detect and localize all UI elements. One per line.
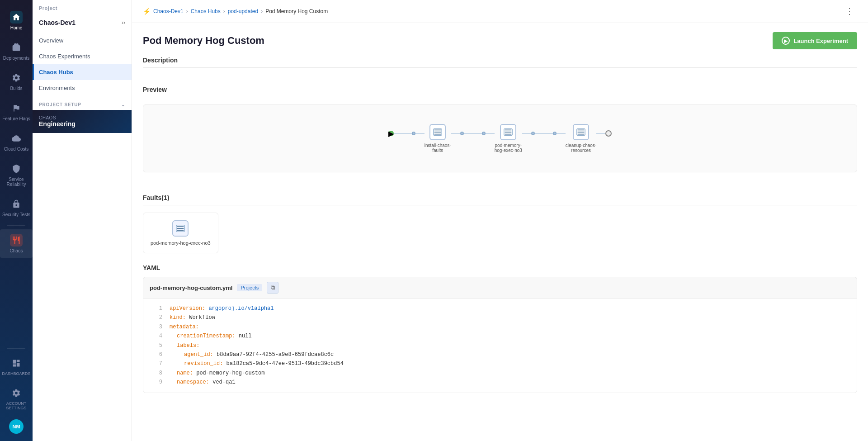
sidebar-item-chaos-experiments[interactable]: Chaos Experiments [33, 48, 132, 64]
project-label: Project [33, 0, 132, 16]
user-avatar[interactable]: NM [9, 419, 24, 434]
sidebar-item-service-reliability-label: Service Reliability [2, 177, 31, 187]
yaml-line-5: 5 labels: [143, 341, 857, 350]
launch-icon: ▶ [782, 37, 790, 45]
page-title: Pod Memory Hog Custom [143, 35, 264, 47]
project-setup-header[interactable]: PROJECT SETUP ⌄ [33, 96, 132, 110]
sidebar-item-deployments[interactable]: Deployments [0, 37, 33, 65]
yaml-title: YAML [143, 264, 857, 271]
fault-icon [172, 220, 189, 237]
line-4 [464, 133, 482, 134]
line-2 [415, 133, 425, 134]
end-dot [605, 130, 612, 137]
breadcrumb-chaos-dev1[interactable]: Chaos-Dev1 [153, 8, 184, 14]
connector-line [451, 133, 460, 134]
mid-dot-3 [482, 132, 486, 135]
sidebar-item-account-settings[interactable]: ACCOUNT SETTINGS [0, 382, 33, 415]
sidebar-item-overview[interactable]: Overview [33, 33, 132, 48]
yaml-line-4: 4 creationTimestamp: null [143, 332, 857, 341]
sidebar-item-environments[interactable]: Environments [33, 80, 132, 96]
yaml-content-1: apiVersion: argoproj.io/v1alpha1 [170, 304, 274, 313]
mid-dot [531, 132, 535, 135]
connector-line [486, 133, 495, 134]
more-options-button[interactable]: ⋮ [842, 5, 857, 18]
yaml-copy-button[interactable]: ⧉ [267, 282, 278, 294]
mid-dot [482, 132, 486, 135]
mid-dot-5 [553, 132, 557, 135]
preview-section: Preview ▶ [132, 86, 868, 194]
line-5 [486, 133, 495, 134]
line-num-2: 2 [150, 313, 162, 322]
chaos-footer-title: Engineering [39, 120, 125, 128]
breadcrumb-sep-3: › [261, 8, 263, 14]
breadcrumb-current: Pod Memory Hog Custom [265, 8, 328, 14]
connector-line [557, 133, 566, 134]
yaml-content-3: metadata: [170, 322, 199, 332]
project-selector[interactable]: Chaos-Dev1 ›› [33, 16, 132, 33]
workflow-node-icon-2 [500, 124, 516, 140]
fault-card: pod-memory-hog-exec-no3 [143, 213, 218, 253]
chaos-footer: CHAOS Engineering [33, 110, 132, 133]
yaml-content-5: labels: [170, 341, 199, 350]
sidebar-item-chaos-label: Chaos [10, 248, 23, 253]
yaml-content-2: kind: Workflow [170, 313, 215, 322]
line-num-5: 5 [150, 341, 162, 350]
workflow-node-label-2: pod-memory- hog-exec-no3 [495, 143, 522, 153]
connector-line [535, 133, 553, 134]
mid-dot-2 [460, 132, 464, 135]
line-1 [394, 133, 412, 134]
sidebar-item-home[interactable]: Home [0, 6, 33, 35]
yaml-code-block: 1 apiVersion: argoproj.io/v1alpha1 2 kin… [143, 298, 857, 393]
mid-dot-4 [531, 132, 535, 135]
yaml-line-8: 8 name: pod-memory-hog-custom [143, 369, 857, 378]
line-8 [557, 133, 566, 134]
sidebar-item-dashboards[interactable]: DASHBOARDS [0, 352, 33, 380]
breadcrumb: ⚡ Chaos-Dev1 › Chaos Hubs › pod-updated … [143, 8, 328, 15]
yaml-content-8: name: pod-memory-hog-custom [170, 369, 264, 378]
project-name: Chaos-Dev1 [39, 19, 75, 26]
end-dot [605, 130, 612, 137]
line-num-3: 3 [150, 322, 162, 332]
line-num-6: 6 [150, 350, 162, 359]
breadcrumb-pod-updated[interactable]: pod-updated [228, 8, 258, 14]
faults-divider [143, 205, 857, 205]
sidebar-item-deployments-label: Deployments [3, 56, 29, 61]
yaml-line-3: 3 metadata: [143, 322, 857, 332]
chaos-footer-label: CHAOS [39, 115, 125, 120]
topbar: ⚡ Chaos-Dev1 › Chaos Hubs › pod-updated … [132, 0, 868, 23]
copy-icon: ⧉ [271, 284, 275, 291]
chevron-right-icon: ›› [122, 19, 125, 26]
sidebar-item-service-reliability[interactable]: Service Reliability [0, 158, 33, 191]
sidebar-item-chaos-hubs[interactable]: Chaos Hubs [33, 64, 132, 80]
sidebar-item-chaos[interactable]: Chaos [0, 229, 33, 258]
yaml-badge: Projects [237, 284, 262, 291]
yaml-content-4: creationTimestamp: null [170, 332, 252, 341]
page-header: Pod Memory Hog Custom ▶ Launch Experimen… [132, 23, 868, 57]
sidebar-item-security-tests[interactable]: Security Tests [0, 193, 33, 222]
line-num-9: 9 [150, 378, 162, 387]
sidebar-item-account-settings-label: ACCOUNT SETTINGS [2, 401, 31, 410]
line-num-8: 8 [150, 369, 162, 378]
project-setup-label: PROJECT SETUP [39, 102, 81, 107]
yaml-content-6: agent_id: b8da9aa7-92f4-4255-a9e8-659fdc… [170, 350, 334, 359]
sidebar-item-cloud-costs-label: Cloud Costs [4, 147, 28, 152]
sidebar-item-feature-flags[interactable]: Feature Flags [0, 97, 33, 126]
workflow-preview: ▶ install-chaos- faults [143, 104, 857, 172]
launch-button-label: Launch Experiment [793, 38, 848, 44]
workflow-node-label-3: cleanup-chaos- resources [566, 143, 596, 153]
description-section: Description [132, 57, 868, 86]
workflow-diagram: ▶ install-chaos- faults [388, 124, 612, 153]
yaml-line-6: 6 agent_id: b8da9aa7-92f4-4255-a9e8-659f… [143, 350, 857, 359]
start-dot: ▶ [388, 131, 394, 136]
breadcrumb-chaos-hubs[interactable]: Chaos Hubs [191, 8, 221, 14]
sidebar-item-cloud-costs[interactable]: Cloud Costs [0, 128, 33, 156]
sidebar-item-builds[interactable]: Builds [0, 67, 33, 95]
workflow-node-icon-1 [429, 124, 446, 140]
workflow-node-2: pod-memory- hog-exec-no3 [495, 124, 522, 153]
chaos-brand-icon: ⚡ [143, 8, 151, 15]
launch-experiment-button[interactable]: ▶ Launch Experiment [773, 32, 857, 49]
connector-line [415, 133, 425, 134]
sidebar-item-dashboards-label: DASHBOARDS [2, 371, 30, 376]
sidebar-item-security-tests-label: Security Tests [2, 212, 30, 217]
icon-sidebar: Home Deployments Builds Feature Flags Cl… [0, 0, 33, 441]
